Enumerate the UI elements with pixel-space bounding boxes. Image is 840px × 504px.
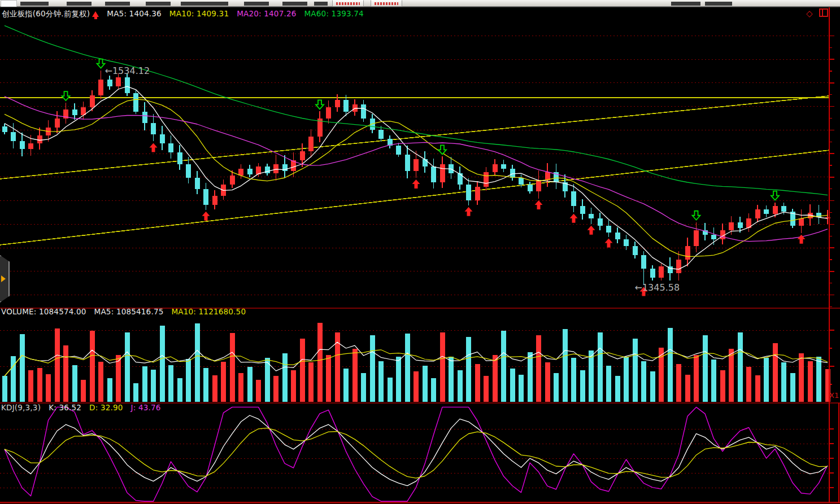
candle-body	[151, 123, 156, 134]
candle-body	[177, 152, 182, 164]
sell-signal-arrow-icon	[438, 145, 446, 154]
volume-bar	[519, 375, 524, 402]
candle-body	[633, 246, 638, 255]
volume-bar	[685, 375, 690, 402]
volume-bar	[361, 373, 366, 402]
volume-bar	[256, 380, 261, 402]
volume-bar	[98, 362, 103, 402]
candle-body	[116, 77, 121, 86]
axis-corner-label[interactable]: X1	[829, 391, 839, 400]
candle-body	[142, 112, 147, 123]
volume-bar	[20, 334, 25, 402]
candle-body	[580, 206, 585, 214]
volume-bar	[493, 355, 498, 402]
candle-body	[308, 137, 314, 151]
sidebar-expand-handle[interactable]	[0, 255, 10, 303]
kdj-indicator-name: KDJ(9,3,3)	[1, 403, 41, 412]
candle-body	[764, 209, 769, 214]
volume-bar	[203, 368, 208, 402]
candle-body	[519, 178, 524, 185]
volume-bar	[221, 362, 226, 402]
split-window-icon[interactable]	[819, 8, 828, 17]
volume-ma5-value: MA5: 1085416.75	[94, 307, 164, 316]
volume-bar	[46, 374, 51, 402]
volume-bar	[633, 339, 638, 402]
buy-signal-arrow-icon	[570, 214, 578, 223]
candle-body	[501, 164, 506, 169]
volume-bar	[195, 323, 200, 402]
candle-body	[212, 196, 217, 205]
volume-bar	[352, 349, 358, 402]
candle-body	[72, 109, 77, 115]
candle-body	[676, 260, 681, 273]
volume-bar	[116, 355, 121, 402]
sell-signal-arrow-icon	[62, 91, 70, 100]
candle-body	[11, 132, 16, 141]
volume-bar	[308, 362, 314, 402]
candle-body	[28, 143, 33, 149]
candle-body	[650, 269, 655, 278]
candle-body	[273, 164, 278, 173]
candle-body	[694, 230, 699, 246]
bottom-border	[0, 502, 840, 503]
kdj-k-line	[5, 415, 828, 486]
volume-pane-header: VOLUME: 1084574.00MA5: 1085416.75MA10: 1…	[1, 307, 254, 316]
volume-bar	[650, 371, 655, 402]
up-arrow-icon	[92, 11, 99, 17]
buy-signal-arrow-icon	[605, 239, 613, 248]
volume-bar	[738, 332, 743, 402]
buy-signal-arrow-icon	[412, 179, 420, 189]
ma5-value: MA5: 1404.36	[107, 9, 162, 18]
buy-signal-arrow-icon	[150, 143, 158, 152]
volume-bar	[676, 364, 681, 402]
volume-bar	[475, 364, 480, 402]
candle-body	[168, 143, 173, 152]
candle-body	[484, 172, 489, 187]
volume-bar	[571, 358, 576, 402]
volume-bar	[641, 361, 646, 402]
volume-bar	[703, 335, 708, 402]
candle-body	[641, 255, 646, 269]
candle-body	[133, 93, 138, 111]
volume-bar	[212, 375, 217, 402]
volume-bar	[265, 358, 270, 402]
candle-body	[781, 206, 786, 212]
volume-bar	[606, 366, 611, 402]
candle-body	[773, 206, 778, 214]
volume-bar	[81, 380, 86, 402]
kdj-j-value: J: 43.76	[131, 403, 161, 412]
volume-bar	[107, 378, 112, 402]
volume-bar	[484, 376, 489, 402]
candle-body	[466, 185, 471, 200]
candle-body	[589, 214, 594, 218]
candle-body	[615, 233, 620, 239]
candle-body	[571, 191, 576, 206]
candle-body	[300, 151, 305, 160]
volume-bar	[431, 378, 436, 402]
volume-bar	[799, 353, 804, 402]
volume-bar	[528, 352, 533, 402]
volume-bar	[449, 357, 454, 402]
volume-bar	[545, 362, 550, 402]
candle-body	[2, 126, 7, 132]
volume-bar	[773, 343, 778, 402]
volume-bar	[273, 376, 278, 402]
ma60-value: MA60: 1393.74	[304, 9, 364, 18]
candle-body	[125, 77, 130, 93]
main-chart-canvas[interactable]: ←1534.12←1345.58	[0, 0, 840, 504]
candle-body	[755, 209, 760, 218]
candle-body	[203, 189, 208, 205]
diamond-icon[interactable]: ◇	[806, 8, 813, 19]
low-price-label: ←1345.58	[635, 282, 680, 293]
trading-app-window: ←1534.12←1345.58 创业板指(60分钟.前复权)MA5: 1404…	[0, 0, 840, 504]
volume-bar	[423, 366, 428, 402]
volume-ma10-value: MA10: 1121680.50	[171, 307, 246, 316]
volume-bar	[247, 367, 253, 402]
volume-bar	[458, 370, 463, 402]
candle-body	[536, 180, 541, 191]
candle-body	[230, 176, 235, 185]
volume-bar	[90, 331, 95, 402]
volume-bar	[151, 370, 156, 402]
ma20-value: MA20: 1407.26	[237, 9, 296, 18]
volume-bar	[563, 329, 568, 402]
